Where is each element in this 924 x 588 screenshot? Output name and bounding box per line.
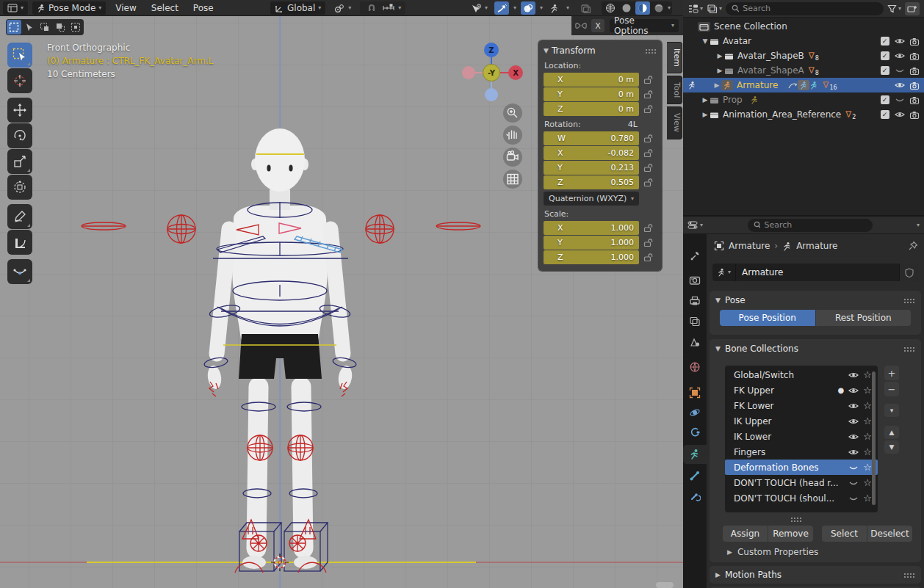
- rotation-z-field[interactable]: Z0.505: [544, 175, 639, 189]
- transform-orientation-button[interactable]: Global ▾: [270, 1, 325, 15]
- tab-bone[interactable]: [683, 466, 707, 485]
- tab-tool[interactable]: [683, 246, 707, 265]
- lock-icon[interactable]: [639, 253, 657, 262]
- tab-render[interactable]: [683, 271, 707, 290]
- eye-icon[interactable]: [848, 402, 859, 410]
- star-icon[interactable]: ☆: [863, 416, 872, 426]
- lock-icon[interactable]: [639, 163, 657, 173]
- breadcrumb-object[interactable]: Armature: [729, 241, 770, 251]
- pose-position-button[interactable]: Pose Position: [720, 310, 815, 326]
- show-gizmo-dropdown[interactable]: ▾: [469, 1, 490, 15]
- tool-annotate[interactable]: [7, 204, 32, 229]
- deselect-button[interactable]: Deselect: [867, 526, 912, 542]
- tool-pose-breakdowner[interactable]: [7, 259, 32, 284]
- lock-icon[interactable]: [639, 75, 657, 84]
- list-resize-handle[interactable]: [790, 517, 802, 522]
- bone-collection-row[interactable]: Global/Switch ☆: [725, 367, 878, 382]
- eye-closed-icon[interactable]: [848, 494, 859, 503]
- camera-icon[interactable]: [909, 95, 920, 105]
- rest-position-button[interactable]: Rest Position: [816, 310, 912, 326]
- new-collection-button[interactable]: [905, 2, 920, 15]
- expand-chevron-icon[interactable]: ▶: [715, 52, 724, 59]
- lock-icon[interactable]: [639, 238, 657, 247]
- tab-view[interactable]: View: [667, 106, 682, 139]
- lock-icon[interactable]: [639, 223, 657, 233]
- drag-handle-icon[interactable]: [903, 298, 915, 303]
- expand-chevron-icon[interactable]: ▶: [701, 111, 710, 118]
- editor-type-button[interactable]: ▾: [3, 1, 28, 15]
- bone-collection-row[interactable]: DON'T TOUCH (head r... ☆: [725, 475, 878, 490]
- render-region-icon[interactable]: [578, 1, 593, 15]
- eye-closed-icon[interactable]: [848, 463, 859, 472]
- drag-handle-icon[interactable]: [645, 48, 657, 54]
- eye-icon[interactable]: [894, 37, 905, 46]
- pin-icon[interactable]: [908, 241, 918, 251]
- tab-bone-constraints[interactable]: [683, 487, 707, 506]
- breadcrumb-data[interactable]: Armature: [796, 241, 837, 251]
- eye-icon[interactable]: [848, 417, 859, 426]
- select-button[interactable]: Select: [822, 526, 867, 542]
- bone-collection-row[interactable]: DON'T TOUCH (shoul... ☆: [725, 490, 878, 506]
- lock-icon[interactable]: [639, 104, 657, 114]
- pose-options-dropdown[interactable]: Pose Options ▾: [610, 19, 679, 32]
- chevron-down-icon[interactable]: ▾: [917, 222, 920, 228]
- drag-handle-icon[interactable]: [903, 573, 915, 578]
- bone-collection-row[interactable]: IK Lower ☆: [725, 429, 878, 444]
- outliner-search[interactable]: [726, 2, 884, 15]
- chevron-down-icon[interactable]: ▾: [513, 5, 516, 11]
- camera-icon[interactable]: [909, 81, 920, 90]
- tab-world[interactable]: [683, 357, 707, 377]
- row-avatar-shapeb[interactable]: ▶ Avatar_ShapeB ∇8 ✓: [683, 48, 924, 63]
- bone-collection-row[interactable]: FK Upper ● ☆: [725, 382, 878, 398]
- tab-scene[interactable]: [683, 333, 707, 352]
- camera-view-button[interactable]: [503, 148, 522, 167]
- expand-chevron-icon[interactable]: ▶: [712, 81, 721, 89]
- tool-select-box[interactable]: [7, 43, 32, 68]
- tab-item[interactable]: Item: [667, 42, 682, 73]
- mirror-x-toggle[interactable]: X: [591, 19, 604, 32]
- expand-chevron-icon[interactable]: ▶: [715, 67, 724, 74]
- scale-x-field[interactable]: X1.000: [544, 221, 639, 235]
- star-icon[interactable]: ☆: [863, 432, 872, 441]
- eye-icon[interactable]: [894, 81, 905, 90]
- custom-properties-subpanel[interactable]: ▶ Custom Properties: [727, 547, 818, 557]
- snap-magnet-icon[interactable]: [364, 1, 379, 15]
- eye-icon[interactable]: [894, 51, 905, 60]
- shading-solid-icon[interactable]: [619, 1, 634, 15]
- properties-search[interactable]: [748, 219, 873, 232]
- eye-closed-icon[interactable]: [848, 479, 859, 487]
- remove-collection-button[interactable]: −: [884, 382, 899, 396]
- rotation-mode-select[interactable]: Quaternion (WXYZ)▾: [544, 192, 639, 206]
- gizmo-toggle[interactable]: [494, 1, 509, 15]
- star-icon[interactable]: ☆: [863, 370, 872, 380]
- location-x-field[interactable]: X0 m: [544, 73, 639, 87]
- tab-object-constraints[interactable]: [683, 423, 707, 442]
- drag-handle-icon[interactable]: [903, 346, 915, 352]
- menu-pose[interactable]: Pose: [188, 0, 219, 16]
- bone-collection-row-selected[interactable]: Deformation Bones ☆: [725, 460, 878, 475]
- exclude-checkbox[interactable]: ✓: [879, 66, 890, 75]
- overlays-toggle[interactable]: [521, 1, 535, 15]
- exclude-checkbox[interactable]: ✓: [879, 110, 890, 119]
- pivot-point-button[interactable]: ▾: [330, 1, 355, 15]
- display-mode-button[interactable]: ▾: [707, 4, 722, 13]
- row-avatar[interactable]: ▼ Avatar ✓: [683, 34, 924, 48]
- collapse-chevron-icon[interactable]: ▼: [544, 47, 549, 54]
- collapse-chevron-icon[interactable]: ▼: [715, 345, 721, 352]
- eye-icon[interactable]: [848, 371, 859, 380]
- bone-collection-row[interactable]: FK Lower ☆: [725, 398, 878, 413]
- gizmo-neg-x-axis[interactable]: [462, 66, 475, 79]
- datablock-name[interactable]: Armature: [736, 267, 899, 277]
- mode-selector[interactable]: Pose Mode ▾: [32, 1, 106, 15]
- expand-chevron-icon[interactable]: ▶: [701, 96, 710, 104]
- lock-icon[interactable]: [639, 134, 657, 143]
- datablock-name-field[interactable]: ▾ Armature: [712, 264, 918, 281]
- pan-hand-button[interactable]: [503, 126, 522, 145]
- star-icon[interactable]: ☆: [863, 462, 872, 472]
- star-icon[interactable]: ☆: [863, 493, 872, 503]
- mirror-butterfly-icon[interactable]: [574, 21, 588, 31]
- datablock-type-button[interactable]: ▾: [712, 264, 736, 281]
- select-lasso[interactable]: [53, 20, 68, 35]
- fake-user-shield-button[interactable]: [899, 264, 918, 281]
- camera-icon[interactable]: [909, 51, 920, 61]
